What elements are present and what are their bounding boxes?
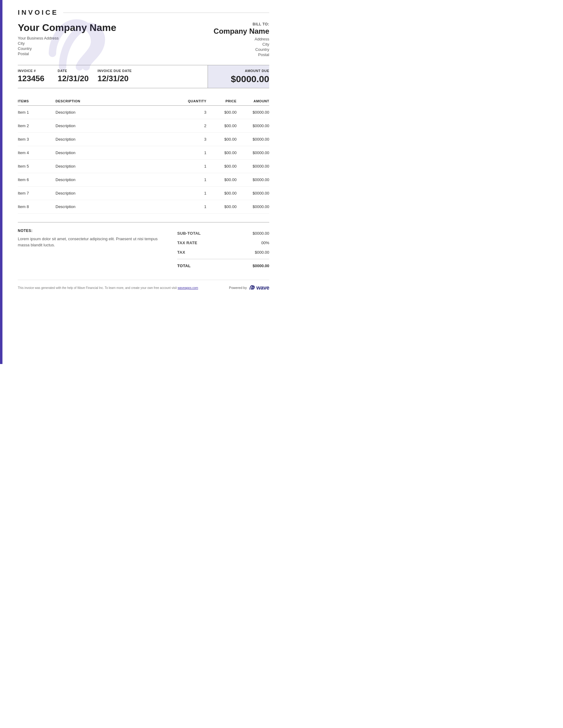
row-item-0: Item 1 bbox=[18, 106, 55, 119]
row-item-4: Item 5 bbox=[18, 160, 55, 173]
subtotal-label: SUB-TOTAL bbox=[177, 231, 201, 236]
row-amount-3: $0000.00 bbox=[236, 146, 269, 160]
meta-left: INVOICE # 123456 DATE 12/31/20 INVOICE D… bbox=[18, 65, 208, 88]
row-item-7: Item 8 bbox=[18, 200, 55, 214]
meta-due-date: INVOICE DUE DATE 12/31/20 bbox=[97, 65, 139, 88]
row-qty-7: 1 bbox=[176, 200, 206, 214]
wave-icon bbox=[249, 284, 255, 291]
notes-text: Lorem ipsum dolor sit amet, consectetur … bbox=[18, 236, 165, 248]
row-amount-1: $0000.00 bbox=[236, 119, 269, 133]
row-price-7: $00.00 bbox=[206, 200, 236, 214]
bill-to-address: Address bbox=[208, 37, 269, 41]
meta-date-label: DATE bbox=[58, 69, 90, 73]
row-qty-2: 3 bbox=[176, 133, 206, 146]
powered-by: Powered by wave bbox=[229, 284, 269, 291]
meta-date-value: 12/31/20 bbox=[58, 74, 90, 83]
row-amount-4: $0000.00 bbox=[236, 160, 269, 173]
wave-logo-text: wave bbox=[256, 285, 269, 291]
bill-to-section: BILL TO: Company Name Address City Count… bbox=[208, 22, 269, 58]
total-label: TOTAL bbox=[177, 264, 191, 268]
table-header-row: ITEMS DESCRIPTION QUANTITY PRICE AMOUNT bbox=[18, 97, 269, 106]
company-info: Your Company Name Your Business Address … bbox=[18, 22, 208, 58]
invoice-header: INVOICE bbox=[18, 9, 269, 17]
row-desc-0: Description bbox=[55, 106, 176, 119]
bill-to-label: BILL TO: bbox=[208, 22, 269, 26]
row-desc-5: Description bbox=[55, 173, 176, 187]
header-price: PRICE bbox=[206, 97, 236, 106]
row-amount-0: $0000.00 bbox=[236, 106, 269, 119]
subtotal-row: SUB-TOTAL $0000.00 bbox=[177, 229, 269, 238]
tax-rate-label: TAX RATE bbox=[177, 241, 197, 245]
row-price-2: $00.00 bbox=[206, 133, 236, 146]
table-row: Item 8 Description 1 $00.00 $0000.00 bbox=[18, 200, 269, 214]
header-items: ITEMS bbox=[18, 97, 55, 106]
page-footer: This invoice was generated with the help… bbox=[18, 280, 269, 291]
company-address: Your Business Address bbox=[18, 36, 208, 40]
row-desc-6: Description bbox=[55, 187, 176, 200]
row-item-5: Item 6 bbox=[18, 173, 55, 187]
total-value: $0000.00 bbox=[253, 264, 269, 268]
tax-rate-value: 00% bbox=[261, 241, 269, 245]
row-desc-4: Description bbox=[55, 160, 176, 173]
row-amount-2: $0000.00 bbox=[236, 133, 269, 146]
totals-divider bbox=[177, 259, 269, 259]
company-name: Your Company Name bbox=[18, 22, 208, 33]
invoice-title-line bbox=[63, 13, 269, 13]
bill-to-postal: Postal bbox=[208, 52, 269, 57]
row-price-3: $00.00 bbox=[206, 146, 236, 160]
accent-bar bbox=[0, 0, 2, 364]
subtotal-value: $0000.00 bbox=[253, 231, 269, 236]
row-amount-6: $0000.00 bbox=[236, 187, 269, 200]
company-bill-section: Your Company Name Your Business Address … bbox=[18, 22, 269, 58]
row-desc-7: Description bbox=[55, 200, 176, 214]
footer-section: NOTES: Lorem ipsum dolor sit amet, conse… bbox=[18, 222, 269, 271]
table-row: Item 4 Description 1 $00.00 $0000.00 bbox=[18, 146, 269, 160]
company-city: City bbox=[18, 41, 208, 46]
row-qty-6: 1 bbox=[176, 187, 206, 200]
row-price-0: $00.00 bbox=[206, 106, 236, 119]
row-desc-2: Description bbox=[55, 133, 176, 146]
row-item-2: Item 3 bbox=[18, 133, 55, 146]
notes-section: NOTES: Lorem ipsum dolor sit amet, conse… bbox=[18, 229, 177, 271]
header-quantity: QUANTITY bbox=[176, 97, 206, 106]
table-row: Item 5 Description 1 $00.00 $0000.00 bbox=[18, 160, 269, 173]
meta-invoice-number-label: INVOICE # bbox=[18, 69, 50, 73]
table-row: Item 1 Description 3 $00.00 $0000.00 bbox=[18, 106, 269, 119]
totals-section: SUB-TOTAL $0000.00 TAX RATE 00% TAX $000… bbox=[177, 229, 269, 271]
tax-rate-row: TAX RATE 00% bbox=[177, 238, 269, 248]
row-desc-1: Description bbox=[55, 119, 176, 133]
footer-text: This invoice was generated with the help… bbox=[18, 286, 198, 290]
bill-to-city: City bbox=[208, 42, 269, 47]
meta-amount-due: AMOUNT DUE $0000.00 bbox=[208, 65, 269, 88]
row-qty-4: 1 bbox=[176, 160, 206, 173]
row-amount-5: $0000.00 bbox=[236, 173, 269, 187]
row-price-6: $00.00 bbox=[206, 187, 236, 200]
row-qty-0: 3 bbox=[176, 106, 206, 119]
row-price-1: $00.00 bbox=[206, 119, 236, 133]
row-desc-3: Description bbox=[55, 146, 176, 160]
row-item-6: Item 7 bbox=[18, 187, 55, 200]
table-row: Item 3 Description 3 $00.00 $0000.00 bbox=[18, 133, 269, 146]
tax-label: TAX bbox=[177, 250, 185, 255]
row-price-5: $00.00 bbox=[206, 173, 236, 187]
tax-row: TAX $000.00 bbox=[177, 248, 269, 257]
row-qty-1: 2 bbox=[176, 119, 206, 133]
company-postal: Postal bbox=[18, 51, 208, 56]
powered-by-text: Powered by bbox=[229, 286, 247, 290]
footer-link[interactable]: waveapps.com bbox=[177, 286, 198, 290]
meta-due-date-label: INVOICE DUE DATE bbox=[97, 69, 132, 73]
row-qty-5: 1 bbox=[176, 173, 206, 187]
meta-invoice-number: INVOICE # 123456 bbox=[18, 65, 58, 88]
table-row: Item 6 Description 1 $00.00 $0000.00 bbox=[18, 173, 269, 187]
invoice-meta: INVOICE # 123456 DATE 12/31/20 INVOICE D… bbox=[18, 65, 269, 88]
row-price-4: $00.00 bbox=[206, 160, 236, 173]
total-row: TOTAL $0000.00 bbox=[177, 261, 269, 271]
company-country: Country bbox=[18, 46, 208, 51]
meta-date: DATE 12/31/20 bbox=[58, 65, 97, 88]
row-item-3: Item 4 bbox=[18, 146, 55, 160]
tax-value: $000.00 bbox=[255, 250, 269, 255]
meta-due-date-value: 12/31/20 bbox=[97, 74, 132, 83]
invoice-page: INVOICE Your Company Name Your Business … bbox=[0, 0, 282, 364]
header-description: DESCRIPTION bbox=[55, 97, 176, 106]
items-table: ITEMS DESCRIPTION QUANTITY PRICE AMOUNT … bbox=[18, 97, 269, 214]
